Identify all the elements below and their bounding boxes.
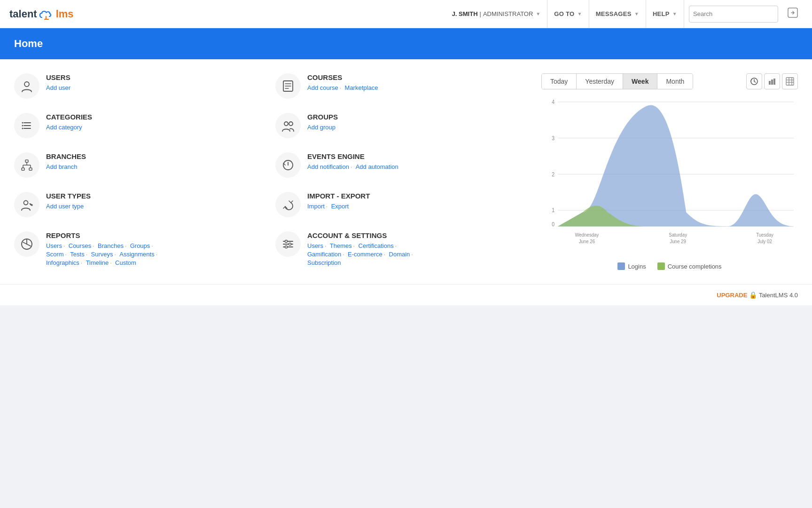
reports-tests-link[interactable]: Tests [70, 251, 84, 258]
reports-courses-link[interactable]: Courses [69, 242, 91, 249]
tab-week[interactable]: Week [623, 74, 657, 89]
branches-icon [14, 152, 39, 178]
add-course-link[interactable]: Add course [307, 84, 338, 91]
messages-link[interactable]: MESSAGES ▼ [589, 0, 646, 28]
user-types-section: USER TYPES Add user type [14, 192, 266, 217]
account-settings-title: ACCOUNT & SETTINGS [307, 231, 414, 239]
home-header: Home [0, 28, 812, 59]
svg-point-7 [22, 128, 23, 129]
add-notification-link[interactable]: Add notification [307, 163, 349, 170]
categories-info: CATEGORIES Add category [46, 113, 92, 131]
events-title: EVENTS ENGINE [307, 152, 398, 160]
groups-title: GROUPS [307, 113, 338, 121]
add-category-link[interactable]: Add category [46, 124, 82, 131]
courses-icon [275, 73, 301, 99]
account-settings-section: ACCOUNT & SETTINGS Users· Themes· Certif… [275, 231, 527, 267]
logout-button[interactable] [783, 8, 803, 20]
settings-ecommerce-link[interactable]: E-commerce [348, 251, 383, 258]
logo[interactable]: talent lms [9, 8, 74, 20]
add-user-link[interactable]: Add user [46, 84, 70, 91]
search-box[interactable] [689, 6, 778, 23]
chart-wrapper: 0 1 2 3 4 Wednesday June 26 Saturday [541, 97, 798, 257]
svg-text:June 29: June 29 [670, 238, 686, 245]
reports-infographics-link[interactable]: Infographics [46, 259, 79, 266]
svg-rect-9 [22, 168, 24, 170]
user-caret-icon: ▼ [536, 11, 540, 16]
svg-point-1 [24, 82, 29, 87]
account-settings-info: ACCOUNT & SETTINGS Users· Themes· Certif… [307, 231, 414, 267]
categories-title: CATEGORIES [46, 113, 92, 121]
svg-text:Saturday: Saturday [669, 231, 687, 238]
completions-dot [657, 262, 665, 270]
add-group-link[interactable]: Add group [307, 124, 336, 131]
logins-dot [617, 262, 625, 270]
svg-rect-10 [29, 168, 32, 170]
settings-domain-link[interactable]: Domain [389, 251, 410, 258]
help-label: HELP [653, 10, 670, 17]
left-column: USERS Add user CATEGOR [14, 73, 275, 270]
chart-legend: Logins Course completions [541, 262, 798, 270]
import-export-title: IMPORT - EXPORT [307, 192, 370, 200]
user-types-icon [14, 192, 39, 217]
upgrade-link[interactable]: UPGRADE [717, 292, 747, 299]
export-link[interactable]: Export [331, 203, 349, 210]
tab-month[interactable]: Month [657, 74, 693, 89]
add-user-type-link[interactable]: Add user type [46, 203, 84, 210]
search-input[interactable] [693, 10, 764, 17]
chart-history-btn[interactable] [746, 73, 762, 89]
reports-users-link[interactable]: Users [46, 242, 62, 249]
chart-table-btn[interactable] [782, 73, 798, 89]
goto-link[interactable]: GO TO ▼ [547, 0, 589, 28]
chart-svg: 0 1 2 3 4 Wednesday June 26 Saturday [541, 97, 798, 247]
svg-point-6 [22, 125, 23, 127]
completions-label: Course completions [668, 263, 722, 270]
goto-caret-icon: ▼ [577, 11, 582, 16]
chart-view-icons [746, 73, 798, 89]
logo-cloud-icon [38, 8, 55, 20]
svg-text:0: 0 [552, 221, 554, 227]
add-branch-link[interactable]: Add branch [46, 163, 78, 170]
chart-column: Today Yesterday Week Month [537, 73, 798, 270]
chart-bar-btn[interactable] [764, 73, 780, 89]
svg-point-22 [284, 122, 288, 126]
settings-themes-link[interactable]: Themes [330, 242, 352, 249]
lock-icon: 🔒 [749, 291, 759, 299]
groups-info: GROUPS Add group [307, 113, 338, 131]
courses-info: COURSES Add course· Marketplace [307, 73, 378, 92]
import-link[interactable]: Import [307, 203, 325, 210]
events-section: EVENTS ENGINE Add notification· Add auto… [275, 152, 527, 178]
marketplace-link[interactable]: Marketplace [345, 84, 378, 91]
settings-subscription-link[interactable]: Subscription [307, 259, 341, 266]
user-types-title: USER TYPES [46, 192, 91, 200]
reports-groups-link[interactable]: Groups [130, 242, 150, 249]
svg-rect-8 [25, 160, 28, 162]
logo-talent: talent [9, 8, 37, 20]
events-info: EVENTS ENGINE Add notification· Add auto… [307, 152, 398, 171]
svg-text:Wednesday: Wednesday [575, 231, 599, 238]
page-footer: UPGRADE 🔒 TalentLMS 4.0 [0, 284, 812, 305]
legend-completions: Course completions [657, 262, 722, 270]
svg-text:Tuesday: Tuesday [756, 231, 773, 238]
reports-links: Users· Courses· Branches· Groups· Scorm·… [46, 241, 159, 267]
reports-surveys-link[interactable]: Surveys [91, 251, 113, 258]
sections-grid: USERS Add user CATEGOR [14, 73, 798, 270]
settings-users-link[interactable]: Users [307, 242, 323, 249]
add-automation-link[interactable]: Add automation [356, 163, 398, 170]
settings-certifications-link[interactable]: Certifications [359, 242, 394, 249]
nav-user[interactable]: J. SMITH | ADMINISTRATOR ▼ [445, 0, 548, 28]
reports-assignments-link[interactable]: Assignments [119, 251, 154, 258]
tab-today[interactable]: Today [542, 74, 577, 89]
import-export-section: IMPORT - EXPORT Import· Export [275, 192, 527, 217]
nav-right: J. SMITH | ADMINISTRATOR ▼ GO TO ▼ MESSA… [445, 0, 803, 28]
settings-gamification-link[interactable]: Gamification [307, 251, 341, 258]
reports-timeline-link[interactable]: Timeline [86, 259, 109, 266]
reports-custom-link[interactable]: Custom [115, 259, 136, 266]
main-content: USERS Add user CATEGOR [0, 59, 812, 284]
legend-logins: Logins [617, 262, 646, 270]
svg-text:4: 4 [552, 98, 554, 105]
reports-scorm-link[interactable]: Scorm [46, 251, 64, 258]
tab-yesterday[interactable]: Yesterday [577, 74, 623, 89]
help-link[interactable]: HELP ▼ [646, 0, 684, 28]
reports-branches-link[interactable]: Branches [98, 242, 124, 249]
reports-icon [14, 231, 39, 257]
